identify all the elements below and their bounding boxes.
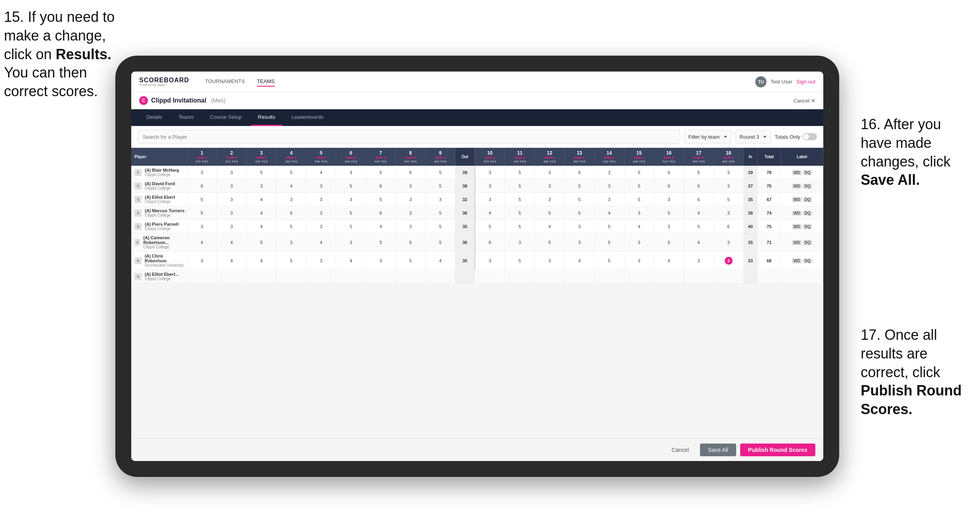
hole-16-score[interactable]: 4 — [654, 252, 684, 270]
hole-3-score[interactable] — [247, 270, 276, 283]
hole-14-score[interactable]: 3 — [594, 193, 624, 206]
hole-7-score[interactable]: 5 — [366, 233, 396, 252]
hole-18-score[interactable]: 3 — [714, 166, 743, 179]
hole-6-score[interactable] — [336, 270, 366, 283]
hole-8-score[interactable]: 6 — [396, 166, 426, 179]
hole-4-score[interactable]: 3 — [276, 193, 306, 206]
hole-18-score[interactable]: 6 — [714, 220, 743, 233]
hole-1-score[interactable]: 3 — [187, 252, 217, 270]
hole-13-score[interactable]: 3 — [564, 220, 594, 233]
hole-1-score[interactable]: 6 — [187, 179, 217, 193]
hole-12-score[interactable] — [535, 270, 564, 283]
hole-10-score[interactable]: 3 — [475, 166, 505, 179]
tab-teams[interactable]: Teams — [171, 109, 201, 126]
hole-18-score[interactable]: 5 — [714, 193, 743, 206]
hole-3-score[interactable]: 4 — [247, 252, 276, 270]
hole-1-score[interactable]: 3 — [187, 166, 217, 179]
wd-badge[interactable]: WD — [792, 197, 802, 202]
hole-8-score[interactable]: 3 — [396, 220, 426, 233]
hole-13-score[interactable]: 3 — [564, 233, 594, 252]
hole-12-score[interactable]: 3 — [535, 252, 564, 270]
wd-badge[interactable]: WD — [792, 184, 802, 189]
hole-13-score[interactable]: 5 — [564, 193, 594, 206]
hole-2-score[interactable]: 3 — [217, 220, 247, 233]
sort-icon[interactable]: S — [134, 169, 142, 176]
hole-9-score[interactable]: 3 — [426, 193, 455, 206]
hole-13-score[interactable]: 6 — [564, 166, 594, 179]
hole-1-score[interactable]: 3 — [187, 220, 217, 233]
sort-icon[interactable]: S — [134, 239, 140, 246]
hole-11-score[interactable]: 5 — [505, 206, 535, 220]
hole-12-score[interactable]: 5 — [535, 206, 564, 220]
hole-3-score[interactable]: 4 — [247, 193, 276, 206]
hole-8-score[interactable] — [396, 270, 426, 283]
hole-7-score[interactable]: 6 — [366, 179, 396, 193]
hole-3-score[interactable]: 4 — [247, 206, 276, 220]
hole-5-score[interactable]: 3 — [306, 179, 336, 193]
hole-11-score[interactable]: 5 — [505, 166, 535, 179]
hole-8-score[interactable]: 5 — [396, 233, 426, 252]
hole-16-score[interactable]: 3 — [654, 193, 684, 206]
wd-badge[interactable]: WD — [792, 224, 802, 229]
hole-1-score[interactable]: 5 — [187, 193, 217, 206]
cancel-button[interactable]: Cancel — [664, 444, 696, 456]
publish-round-scores-button[interactable]: Publish Round Scores — [740, 444, 815, 456]
hole-18-score[interactable] — [714, 270, 743, 283]
hole-9-score[interactable]: 4 — [426, 252, 455, 270]
hole-1-score[interactable]: 4 — [187, 233, 217, 252]
hole-10-score[interactable]: 6 — [475, 233, 505, 252]
hole-16-score[interactable]: 6 — [654, 179, 684, 193]
hole-2-score[interactable]: 3 — [217, 166, 247, 179]
hole-11-score[interactable]: 5 — [505, 252, 535, 270]
hole-17-score[interactable]: 4 — [684, 206, 714, 220]
hole-13-score[interactable]: 5 — [564, 206, 594, 220]
nav-tournaments[interactable]: TOURNAMENTS — [205, 77, 245, 87]
dq-badge[interactable]: DQ — [803, 184, 812, 189]
hole-15-score[interactable]: 5 — [624, 193, 654, 206]
hole-15-score[interactable]: 4 — [624, 220, 654, 233]
tab-leaderboards[interactable]: Leaderboards — [284, 109, 331, 126]
hole-14-score[interactable]: 3 — [594, 166, 624, 179]
hole-5-score[interactable]: 3 — [306, 252, 336, 270]
hole-14-score[interactable]: 5 — [594, 252, 624, 270]
hole-7-score[interactable]: 4 — [366, 220, 396, 233]
hole-5-score[interactable] — [306, 270, 336, 283]
hole-11-score[interactable] — [505, 270, 535, 283]
hole-4-score[interactable]: 5 — [276, 206, 306, 220]
dq-badge[interactable]: DQ — [803, 224, 812, 229]
hole-10-score[interactable]: 4 — [475, 206, 505, 220]
hole-15-score[interactable]: 5 — [624, 166, 654, 179]
hole-9-score[interactable] — [426, 270, 455, 283]
tab-course-setup[interactable]: Course Setup — [203, 109, 249, 126]
hole-4-score[interactable]: 5 — [276, 166, 306, 179]
hole-9-score[interactable]: 5 — [426, 166, 455, 179]
hole-14-score[interactable]: 5 — [594, 220, 624, 233]
dq-badge[interactable]: DQ — [803, 170, 812, 175]
hole-6-score[interactable]: 5 — [336, 179, 366, 193]
hole-16-score[interactable]: 6 — [654, 166, 684, 179]
hole-6-score[interactable]: 4 — [336, 252, 366, 270]
hole-18-score[interactable]: 3 — [714, 179, 743, 193]
hole-2-score[interactable] — [217, 270, 247, 283]
hole-5-score[interactable]: 4 — [306, 233, 336, 252]
hole-14-score[interactable]: 3 — [594, 179, 624, 193]
hole-11-score[interactable]: 3 — [505, 233, 535, 252]
hole-15-score[interactable] — [624, 270, 654, 283]
hole-4-score[interactable]: 5 — [276, 252, 306, 270]
hole-12-score[interactable]: 3 — [535, 166, 564, 179]
tab-results[interactable]: Results — [251, 109, 282, 126]
tab-details[interactable]: Details — [139, 109, 169, 126]
hole-13-score[interactable]: 5 — [564, 179, 594, 193]
hole-17-score[interactable]: 4 — [684, 233, 714, 252]
hole-3-score[interactable]: 4 — [247, 220, 276, 233]
hole-9-score[interactable]: 5 — [426, 179, 455, 193]
sort-icon[interactable]: S — [134, 196, 142, 203]
hole-15-score[interactable]: 3 — [624, 252, 654, 270]
wd-badge[interactable]: WD — [792, 240, 802, 245]
wd-badge[interactable]: WD — [792, 211, 802, 216]
hole-16-score[interactable]: 3 — [654, 220, 684, 233]
hole-6-score[interactable]: 5 — [336, 220, 366, 233]
hole-3-score[interactable]: 5 — [247, 166, 276, 179]
hole-17-score[interactable]: 3 — [684, 252, 714, 270]
hole-2-score[interactable]: 3 — [217, 193, 247, 206]
